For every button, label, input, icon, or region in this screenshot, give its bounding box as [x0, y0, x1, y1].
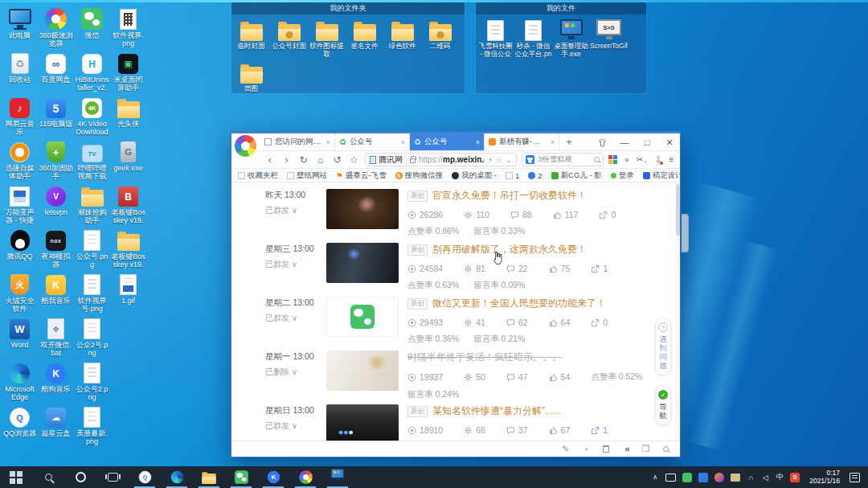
- new-tab-button[interactable]: +: [559, 133, 579, 150]
- article-title[interactable]: 某知名软件惨遭“暴力分解”......: [432, 404, 561, 418]
- group-icon-item[interactable]: 临时封面: [232, 17, 270, 58]
- notification-center-icon[interactable]: [850, 473, 860, 482]
- nav-widget[interactable]: ✓ 导航: [655, 385, 671, 425]
- menu-icon[interactable]: ≡: [669, 155, 674, 164]
- desktop-icon-item[interactable]: 此电脑: [2, 5, 38, 49]
- speed-lightning-icon[interactable]: ⚡: [488, 156, 493, 164]
- restore-button[interactable]: ↺: [331, 154, 343, 166]
- bookmark-item[interactable]: ⚑盛泰云-飞雪: [336, 170, 387, 181]
- desktop-icon-item[interactable]: 光头侠: [110, 93, 146, 137]
- tray-chevron-up-icon[interactable]: ∧: [651, 472, 659, 483]
- theme-button[interactable]: [596, 137, 608, 148]
- bookmark-item[interactable]: 1: [506, 171, 519, 180]
- desktop-icon-item[interactable]: K酷我音乐: [38, 270, 74, 314]
- tray-files-icon[interactable]: [731, 474, 740, 482]
- tab-close-icon[interactable]: ×: [476, 138, 480, 146]
- bookm-star-icon[interactable]: ☆: [496, 156, 502, 164]
- desktop-icon-item[interactable]: HHiBitUninstaller_v2.5.15...: [74, 49, 110, 93]
- desktop-icon-item[interactable]: 软件视界.png: [110, 5, 146, 49]
- desktop-icon-item[interactable]: 4K Video Downloader: [74, 93, 110, 137]
- desktop-icon-item[interactable]: ❖双开微信.bat: [38, 314, 74, 359]
- cortana-button[interactable]: [64, 466, 96, 488]
- mute-icon[interactable]: [621, 445, 630, 454]
- desktop-icon-item[interactable]: 迅捷自媒体助手: [2, 137, 38, 182]
- browser-logo-icon[interactable]: [235, 135, 256, 157]
- desktop-icon-item[interactable]: ♻回收站: [2, 49, 38, 93]
- desktop-icon-item[interactable]: QQQ浏览器: [2, 403, 38, 447]
- article-thumbnail[interactable]: [326, 297, 399, 337]
- bookmark-item[interactable]: 登录: [611, 170, 634, 181]
- bookmark-item[interactable]: 壁纸网站: [287, 170, 327, 181]
- group-icon-item[interactable]: 公众号封面: [270, 17, 308, 58]
- tab-close-icon[interactable]: ×: [326, 138, 330, 146]
- tab-close-icon[interactable]: ×: [551, 138, 555, 146]
- article-title[interactable]: 官宣永久免费！吊打一切收费软件！: [432, 189, 587, 203]
- desktop-icon-item[interactable]: TV哔哩哔哩视频下载器: [74, 137, 110, 182]
- taskbar-app-edge[interactable]: [161, 466, 193, 488]
- task-view-button[interactable]: [96, 466, 129, 488]
- tray-letsvpn-icon[interactable]: [714, 473, 724, 482]
- group-icon-item[interactable]: S>GScreenToGif: [590, 17, 628, 58]
- desktop-icon-item[interactable]: 软件视界号.png: [74, 270, 110, 314]
- desktop-icon-item[interactable]: 公众2号.png: [74, 314, 110, 359]
- group-title[interactable]: 我的文件夹: [231, 2, 465, 14]
- browser-tab[interactable]: ♻公众号×: [410, 133, 485, 150]
- search-button[interactable]: [32, 466, 64, 488]
- desktop-icon-item[interactable]: WWord: [2, 314, 38, 359]
- speed-mode-icon[interactable]: ◔: [581, 445, 590, 454]
- desktop-icon-item[interactable]: Microsoft Edge: [2, 359, 38, 403]
- group-icon-item[interactable]: 二维码: [421, 17, 459, 58]
- article-thumbnail[interactable]: [326, 189, 399, 229]
- article-status-dropdown[interactable]: 已群发 ∨: [265, 420, 326, 432]
- back-button[interactable]: ‹: [264, 154, 276, 166]
- address-dropdown-icon[interactable]: ⌄: [506, 156, 512, 164]
- page-scrollbar[interactable]: [676, 182, 680, 441]
- bookmark-item[interactable]: 新CG儿 - 影: [551, 170, 602, 181]
- bookmark-item[interactable]: 稿定设计-在: [643, 170, 680, 181]
- taskbar-clock[interactable]: 0:172021/1/16: [809, 470, 840, 485]
- search-box[interactable]: 3份雪糕棒: [522, 153, 604, 166]
- desktop-icon-item[interactable]: Ggeek.exe: [110, 137, 146, 182]
- article-title[interactable]: 微信又更新！全国人民想要的功能来了！: [432, 297, 606, 310]
- bookmark-item[interactable]: 我的桌面 -: [452, 170, 497, 181]
- article-thumbnail[interactable]: [326, 404, 399, 441]
- article-status-dropdown[interactable]: 已群发 ∨: [265, 313, 326, 324]
- minimize-button[interactable]: —: [619, 137, 630, 148]
- browser-tab[interactable]: 新榜有赚-公众号接单×: [485, 133, 559, 150]
- start-button[interactable]: [0, 466, 32, 488]
- taskbar-app-pinwheel[interactable]: [289, 466, 321, 488]
- search-input[interactable]: 3份雪糕棒: [538, 154, 591, 165]
- desktop-icon-item[interactable]: Vletsvpn: [38, 182, 74, 226]
- group-title[interactable]: 我的文件: [476, 2, 646, 14]
- desktop-icon-item[interactable]: K酷狗音乐: [38, 359, 74, 403]
- browser-side-panel-handle[interactable]: [682, 214, 689, 252]
- tray-wechat-icon[interactable]: [682, 473, 692, 482]
- group-icon-item[interactable]: 秒杀 - 微信公众平台.png: [514, 17, 552, 58]
- group-icon-item[interactable]: 飞雪科技圈 - 微信公众平...: [477, 17, 514, 58]
- help-widget[interactable]: ? 遇到问题: [655, 318, 671, 375]
- article-title[interactable]: 别再用破解版了，这两款永久免费！: [432, 243, 587, 256]
- tray-ime-icon[interactable]: 中: [776, 472, 784, 483]
- group-icon-item[interactable]: 软件图标提取: [308, 17, 346, 58]
- desktop-icon-item[interactable]: 5115电脑版: [38, 93, 74, 137]
- desktop-icon-item[interactable]: 腾讯QQ: [2, 226, 38, 270]
- taskbar-app-kugou[interactable]: K: [257, 466, 289, 488]
- boss-window-icon[interactable]: ❐: [641, 445, 650, 454]
- article-status-dropdown[interactable]: 已群发 ∨: [265, 205, 326, 216]
- bookmark-item[interactable]: 收藏夹栏: [238, 170, 278, 181]
- tray-sogou-icon[interactable]: S: [790, 473, 800, 482]
- desktop-icon-item[interactable]: nox夜神模拟器: [38, 226, 74, 270]
- maximize-button[interactable]: □: [641, 137, 653, 148]
- article-thumbnail[interactable]: [326, 351, 399, 391]
- article-thumbnail[interactable]: [326, 243, 399, 283]
- search-icon[interactable]: [594, 157, 600, 162]
- close-button[interactable]: ✕: [664, 137, 675, 148]
- desktop-icon-item[interactable]: +360加固助手: [38, 137, 74, 182]
- page-zoom-icon[interactable]: [661, 445, 670, 454]
- article-status-dropdown[interactable]: 已删除 ∨: [265, 367, 326, 378]
- home-button[interactable]: ⌂: [314, 154, 326, 166]
- taskbar-app-file-explorer[interactable]: [193, 466, 225, 488]
- tray-headset-icon[interactable]: ∩: [747, 472, 755, 483]
- screenshot-scissors-icon[interactable]: ✂⌄: [637, 155, 648, 164]
- desktop-icon-item[interactable]: ∞百度网盘: [38, 49, 74, 93]
